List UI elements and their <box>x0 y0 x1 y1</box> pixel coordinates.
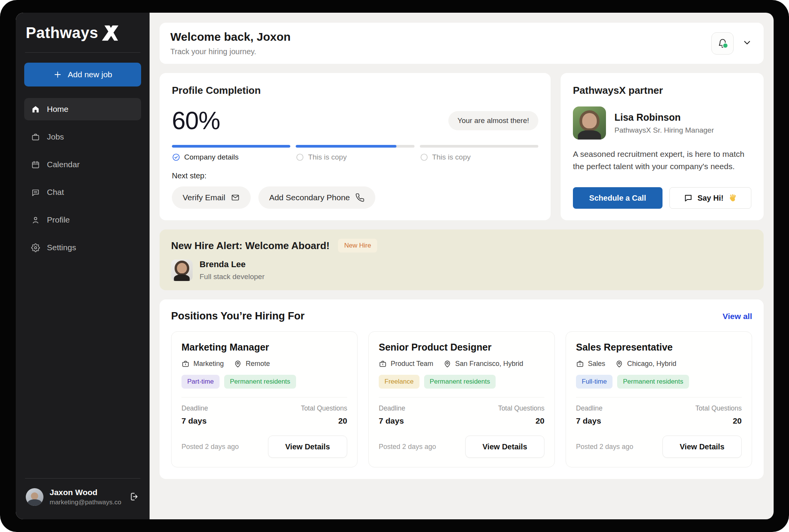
briefcase-icon <box>31 133 40 141</box>
progress-bar <box>172 145 290 148</box>
job-location: Chicago, Hybrid <box>615 360 676 368</box>
sidebar-footer-divider <box>25 478 140 479</box>
account-menu-button[interactable] <box>741 38 753 49</box>
say-hi-button[interactable]: Say Hi! <box>669 187 751 209</box>
divider <box>576 397 742 397</box>
phone-icon <box>355 193 365 202</box>
plus-icon <box>53 70 62 79</box>
questions-label: Total Questions <box>301 404 347 412</box>
view-details-button[interactable]: View Details <box>268 436 347 458</box>
add-secondary-phone-label: Add Secondary Phone <box>269 193 350 202</box>
schedule-call-button[interactable]: Schedule a Call <box>573 187 662 209</box>
progress-bar <box>420 145 538 148</box>
new-hire-role: Full stack developer <box>200 273 265 281</box>
new-hire-badge: New Hire <box>338 239 377 253</box>
new-hire-avatar <box>171 259 193 281</box>
new-hire-banner: New Hire Alert: Welcome Aboard! New Hire… <box>160 229 764 290</box>
view-details-button[interactable]: View Details <box>662 436 742 458</box>
deadline-value: 7 days <box>576 416 603 426</box>
job-card-senior-product-designer: Senior Product Designer Product Team San… <box>368 331 555 467</box>
job-location: San Francisco, Hybrid <box>443 360 523 368</box>
location-pin-icon <box>443 360 451 368</box>
job-tag: Permanent residents <box>617 375 689 389</box>
partner-role: PathwaysX Sr. Hiring Manager <box>614 126 714 135</box>
notification-dot <box>722 43 728 48</box>
location-pin-icon <box>615 360 623 368</box>
job-location: Remote <box>234 360 270 368</box>
user-avatar <box>26 488 43 506</box>
chevron-down-icon <box>742 38 752 48</box>
profile-completion-title: Profile Completion <box>172 85 538 96</box>
header-card: Welcome back, Joxon Track your hiring jo… <box>160 23 764 64</box>
view-all-link[interactable]: View all <box>722 312 752 321</box>
sidebar-divider <box>25 52 140 53</box>
say-hi-label: Say Hi! <box>697 194 724 203</box>
page-title: Welcome back, Joxon <box>170 30 291 43</box>
current-user: Jaxon Wood marketing@pathways.co <box>24 488 141 509</box>
completion-step-2: This is copy <box>296 145 414 161</box>
step-label: This is copy <box>308 153 346 161</box>
waving-hand-icon <box>728 194 737 203</box>
deadline-value: 7 days <box>181 416 208 426</box>
sidebar-footer: Jaxon Wood marketing@pathways.co <box>24 467 141 509</box>
sidebar-item-profile[interactable]: Profile <box>24 209 141 231</box>
view-details-button[interactable]: View Details <box>465 436 544 458</box>
gear-icon <box>31 243 40 252</box>
profile-completion-card: Profile Completion 60% Your are almost t… <box>160 73 551 220</box>
completion-step-1: Company details <box>172 145 290 161</box>
jobs-grid: Marketing Manager Marketing Remote <box>171 331 752 467</box>
briefcase-icon <box>181 360 190 368</box>
sidebar-item-label: Jobs <box>47 132 64 141</box>
divider <box>181 397 347 397</box>
job-title: Marketing Manager <box>181 342 347 353</box>
job-department: Product Team <box>379 360 433 368</box>
positions-card: Positions You’re Hiring For View all Mar… <box>160 299 764 479</box>
sidebar: Pathways Add new job Home Jobs <box>16 13 150 519</box>
brand-logo: Pathways <box>24 24 141 42</box>
add-new-job-button[interactable]: Add new job <box>24 63 141 86</box>
job-card-sales-representative: Sales Representative Sales Chicago, Hybr… <box>566 331 752 467</box>
add-new-job-label: Add new job <box>68 70 112 79</box>
job-card-marketing-manager: Marketing Manager Marketing Remote <box>171 331 358 467</box>
step-label: This is copy <box>432 153 471 161</box>
step-label: Company details <box>184 153 239 161</box>
sidebar-nav: Home Jobs Calendar Chat Profile <box>24 98 141 259</box>
briefcase-icon <box>576 360 584 368</box>
radio-circle-icon[interactable] <box>420 153 428 161</box>
deadline-label: Deadline <box>379 404 405 412</box>
job-tag: Freelance <box>379 375 419 389</box>
brand-x-icon <box>102 25 118 41</box>
sidebar-item-calendar[interactable]: Calendar <box>24 153 141 176</box>
main-content: Welcome back, Joxon Track your hiring jo… <box>150 13 774 519</box>
questions-label: Total Questions <box>498 404 544 412</box>
check-circle-icon[interactable] <box>172 153 180 161</box>
positions-title: Positions You’re Hiring For <box>171 310 305 322</box>
logout-button[interactable] <box>128 491 140 503</box>
brand-name: Pathways <box>26 24 98 42</box>
questions-value: 20 <box>733 416 742 426</box>
device-frame: Pathways Add new job Home Jobs <box>0 0 789 532</box>
questions-value: 20 <box>536 416 544 426</box>
radio-circle-icon[interactable] <box>296 153 304 161</box>
location-pin-icon <box>234 360 242 368</box>
calendar-icon <box>31 160 40 169</box>
sidebar-item-settings[interactable]: Settings <box>24 236 141 259</box>
sidebar-item-label: Chat <box>47 188 64 197</box>
sidebar-item-home[interactable]: Home <box>24 98 141 120</box>
posted-date: Posted 2 days ago <box>379 443 436 451</box>
add-secondary-phone-button[interactable]: Add Secondary Phone <box>258 186 375 209</box>
envelope-icon <box>231 193 240 202</box>
notifications-button[interactable] <box>711 32 734 55</box>
sidebar-item-chat[interactable]: Chat <box>24 181 141 203</box>
logout-icon <box>129 492 139 502</box>
progress-bar <box>296 145 414 148</box>
chat-icon <box>31 188 40 197</box>
page-subtitle: Track your hiring journey. <box>170 47 291 56</box>
home-icon <box>31 105 40 114</box>
partner-description: A seasoned recruitment expert, is here t… <box>573 148 751 172</box>
questions-label: Total Questions <box>695 404 742 412</box>
chat-bubble-icon <box>684 193 693 203</box>
verify-email-button[interactable]: Verify Email <box>172 186 251 209</box>
sidebar-item-jobs[interactable]: Jobs <box>24 126 141 148</box>
job-title: Senior Product Designer <box>379 342 544 353</box>
